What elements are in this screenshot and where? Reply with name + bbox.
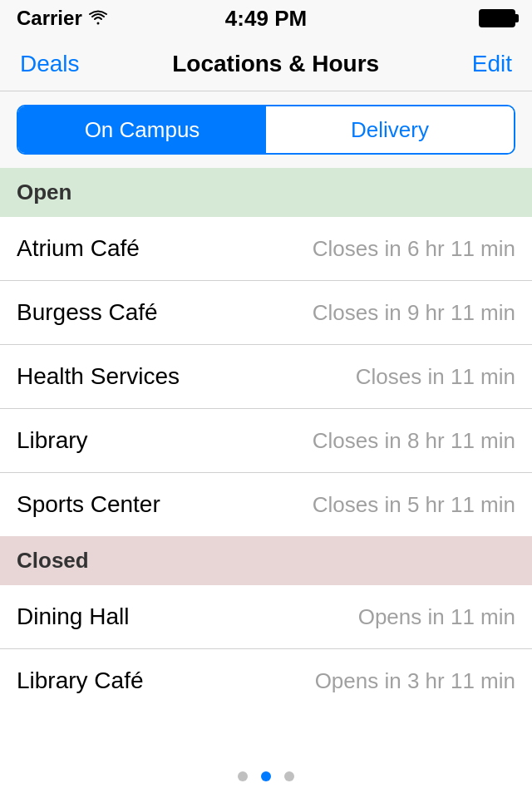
closed-list: Dining Hall Opens in 11 min Library Café… bbox=[0, 585, 532, 712]
list-item[interactable]: Library Café Opens in 3 hr 11 min bbox=[0, 649, 532, 712]
edit-button[interactable]: Edit bbox=[472, 51, 512, 77]
list-item[interactable]: Burgess Café Closes in 9 hr 11 min bbox=[0, 281, 532, 345]
list-item[interactable]: Library Closes in 8 hr 11 min bbox=[0, 409, 532, 473]
page-dot-2 bbox=[261, 771, 271, 781]
section-header-closed: Closed bbox=[0, 536, 532, 585]
carrier-label: Carrier bbox=[17, 7, 82, 30]
segment-control: On Campus Delivery bbox=[17, 105, 515, 155]
segment-on-campus[interactable]: On Campus bbox=[18, 106, 266, 153]
section-header-open: Open bbox=[0, 168, 532, 217]
segment-container: On Campus Delivery bbox=[0, 91, 532, 168]
battery-icon bbox=[479, 9, 515, 27]
page-dot-3 bbox=[284, 771, 294, 781]
page-dot-1 bbox=[238, 771, 248, 781]
status-time: 4:49 PM bbox=[225, 6, 307, 32]
page-title: Locations & Hours bbox=[172, 51, 379, 77]
segment-delivery[interactable]: Delivery bbox=[266, 106, 514, 153]
list-item[interactable]: Dining Hall Opens in 11 min bbox=[0, 585, 532, 649]
status-bar: Carrier 4:49 PM bbox=[0, 0, 532, 37]
list-item[interactable]: Atrium Café Closes in 6 hr 11 min bbox=[0, 217, 532, 281]
list-item[interactable]: Health Services Closes in 11 min bbox=[0, 345, 532, 409]
open-list: Atrium Café Closes in 6 hr 11 min Burges… bbox=[0, 217, 532, 536]
wifi-icon bbox=[89, 7, 107, 30]
deals-button[interactable]: Deals bbox=[20, 51, 80, 77]
page-dots bbox=[0, 771, 532, 781]
list-item[interactable]: Sports Center Closes in 5 hr 11 min bbox=[0, 473, 532, 536]
nav-bar: Deals Locations & Hours Edit bbox=[0, 37, 532, 91]
